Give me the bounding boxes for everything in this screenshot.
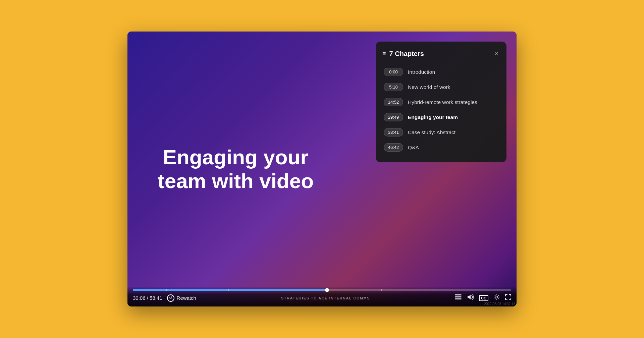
watermark-timestamp: 2022-03-08 14:32:13 (483, 301, 517, 306)
svg-rect-2 (455, 298, 462, 299)
chapters-panel: ≡ 7 Chapters × 0:00Introduction5:18New w… (376, 42, 506, 162)
chapter-timestamp: 0:00 (384, 68, 403, 76)
chapter-label: Introduction (408, 69, 435, 75)
progress-filled (133, 289, 327, 291)
chapter-label: New world of work (408, 84, 450, 90)
controls-row: 30:06 / 58:41 ↺ Rewatch STRATEGIES TO AC… (133, 294, 511, 302)
chapter-timestamp: 29:49 (384, 113, 403, 121)
controls-right: CC (455, 294, 511, 302)
chapter-list: 0:00Introduction5:18New world of work14:… (382, 64, 500, 155)
chapters-title: 7 Chapters (389, 50, 424, 58)
chapters-header: ≡ 7 Chapters × (382, 49, 500, 58)
cc-button[interactable]: CC (479, 295, 488, 301)
chapter-marker (434, 289, 434, 291)
fullscreen-icon[interactable] (505, 294, 511, 302)
chapter-timestamp: 5:18 (384, 83, 403, 91)
rewatch-icon: ↺ (167, 294, 174, 302)
chapter-item[interactable]: 14:52Hybrid-remote work strategies (382, 95, 500, 110)
video-frame[interactable]: Engaging your team with video ≡ 7 Chapte… (127, 32, 517, 306)
chapter-marker (166, 289, 167, 291)
chapter-item[interactable]: 46:42Q&A (382, 140, 500, 155)
svg-rect-1 (455, 296, 462, 297)
chapter-marker (325, 289, 326, 291)
chapter-item[interactable]: 0:00Introduction (382, 64, 500, 79)
video-overlay-text: Engaging your team with video (158, 145, 314, 193)
controls-left: 30:06 / 58:41 ↺ Rewatch (133, 294, 196, 302)
chapters-list-icon[interactable] (455, 294, 462, 301)
chapter-label: Engaging your team (408, 114, 458, 120)
chapter-timestamp: 38:41 (384, 128, 403, 136)
svg-rect-0 (455, 294, 462, 295)
subtitle-display: STRATEGIES TO ACE INTERNAL COMMS (281, 296, 370, 300)
chapter-label: Q&A (408, 145, 419, 151)
player-controls: 30:06 / 58:41 ↺ Rewatch STRATEGIES TO AC… (127, 286, 517, 306)
chapter-item[interactable]: 38:41Case study: Abstract (382, 125, 500, 140)
chapter-item[interactable]: 29:49Engaging your team (382, 110, 500, 125)
chapter-label: Hybrid-remote work strategies (408, 99, 477, 105)
svg-point-3 (496, 296, 498, 298)
close-chapters-button[interactable]: × (493, 49, 500, 58)
chapter-timestamp: 14:52 (384, 98, 403, 106)
progress-bar[interactable] (133, 289, 511, 291)
chapter-label: Case study: Abstract (408, 129, 455, 135)
chapters-title-row: ≡ 7 Chapters (382, 50, 424, 58)
settings-icon[interactable] (494, 294, 500, 302)
time-display: 30:06 / 58:41 (133, 295, 162, 301)
chapter-item[interactable]: 5:18New world of work (382, 79, 500, 95)
video-player: Engaging your team with video ≡ 7 Chapte… (127, 32, 517, 306)
chapter-marker (381, 289, 382, 291)
volume-icon[interactable] (467, 294, 474, 302)
rewatch-button[interactable]: ↺ Rewatch (167, 294, 196, 302)
chapters-icon: ≡ (382, 50, 386, 57)
chapter-timestamp: 46:42 (384, 143, 403, 152)
